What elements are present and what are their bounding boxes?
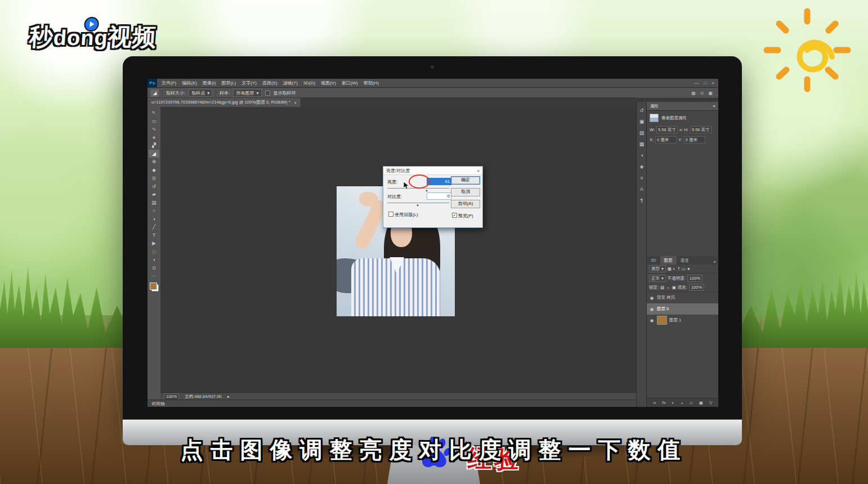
filter-adjustment-icon[interactable]: ◐	[673, 266, 676, 271]
status-arrow-icon[interactable]: ▸	[227, 394, 230, 399]
crop-tool[interactable]: ▞	[149, 141, 159, 150]
restore-icon[interactable]: □	[704, 80, 706, 86]
brightness-slider-thumb[interactable]: ▲	[425, 189, 428, 192]
layer-filter-dropdown[interactable]: 类型 ▾	[649, 265, 666, 272]
filter-type-icon[interactable]: T	[677, 266, 680, 271]
sample-size-dropdown[interactable]: 取样点 ▾	[189, 89, 212, 97]
link-dimensions-icon[interactable]: ∞	[679, 127, 682, 132]
path-selection-tool[interactable]: ▶	[149, 239, 159, 248]
dodge-tool[interactable]: ◑	[149, 215, 159, 223]
paragraph-panel-icon[interactable]: ¶	[641, 198, 643, 203]
x-value[interactable]: 0 厘米	[655, 136, 677, 144]
panel-menu-icon[interactable]: ≡	[713, 104, 715, 109]
layer-row-layer-1[interactable]: ◉ 图层 1	[647, 315, 718, 326]
adjustments-panel-icon[interactable]: ◑	[640, 153, 643, 158]
styles-panel-icon[interactable]: ◈	[640, 164, 644, 169]
sample-dropdown[interactable]: 所有图层 ▾	[233, 89, 261, 97]
show-ring-checkbox[interactable]	[265, 91, 270, 96]
timeline-bar[interactable]: 时间轴	[147, 400, 645, 407]
layer-mask-icon[interactable]: ◐	[672, 400, 675, 405]
lasso-tool[interactable]: ∿	[149, 125, 159, 133]
type-tool[interactable]: T	[149, 231, 159, 240]
contrast-slider-thumb[interactable]: ▲	[416, 203, 419, 207]
opacity-value[interactable]: 100%	[687, 275, 703, 282]
color-swatches[interactable]	[149, 282, 159, 292]
w-value[interactable]: 5.56 英寸	[656, 126, 678, 133]
preview-checkbox[interactable]: ✓	[452, 213, 457, 218]
adjustment-layer-icon[interactable]: ◒	[681, 400, 683, 405]
ok-button[interactable]: 确定	[451, 176, 480, 185]
lock-transparency-icon[interactable]: ▨	[660, 285, 664, 290]
color-panel-icon[interactable]: ▨	[639, 130, 645, 136]
toolbar-more-icon[interactable]: ⋯	[149, 272, 159, 280]
document-tab[interactable]: u=1197239796,703398574&fm=214&gp=0.jpg @…	[147, 98, 301, 107]
menu-help[interactable]: 帮助(H)	[361, 79, 382, 87]
tab-3d[interactable]: 3D	[647, 256, 660, 265]
foreground-color-swatch[interactable]	[150, 283, 157, 290]
tab-layers[interactable]: 图层	[660, 256, 677, 265]
eyedropper-tool[interactable]: ◢	[149, 150, 159, 158]
zoom-tool[interactable]: ⊙	[149, 264, 159, 272]
clone-stamp-tool[interactable]: ◎	[149, 174, 159, 182]
menu-image[interactable]: 图像(I)	[200, 79, 219, 87]
history-brush-tool[interactable]: ↺	[149, 182, 159, 191]
h-value[interactable]: 5.56 英寸	[690, 126, 712, 133]
info-panel-icon[interactable]: ≡	[640, 175, 643, 181]
link-layers-icon[interactable]: ∞	[653, 400, 656, 405]
auto-button[interactable]: 自动(A)	[451, 200, 480, 208]
search-icon[interactable]: ⊙	[700, 91, 704, 96]
gradient-tool[interactable]: ▤	[149, 199, 159, 207]
y-value[interactable]: 0 厘米	[684, 136, 705, 144]
lock-position-icon[interactable]: ↔	[666, 285, 670, 290]
use-legacy-checkbox[interactable]	[388, 212, 393, 217]
filter-smart-icon[interactable]: ●	[687, 266, 690, 271]
history-panel-icon[interactable]: ↺	[639, 107, 644, 113]
workspace-icon[interactable]: ▦	[691, 91, 696, 96]
delete-layer-icon[interactable]: ▽	[709, 400, 713, 405]
menu-3d[interactable]: 3D(D)	[301, 79, 318, 87]
healing-brush-tool[interactable]: ⊕	[149, 158, 159, 166]
zoom-level[interactable]: 100%	[164, 393, 179, 400]
swatches-panel-icon[interactable]: ▦	[639, 141, 645, 147]
cancel-button[interactable]: 取消	[451, 188, 480, 196]
menu-layer[interactable]: 图层(L)	[218, 79, 239, 87]
menu-view[interactable]: 视图(V)	[318, 79, 339, 87]
character-panel-icon[interactable]: A	[640, 186, 643, 192]
panel-menu-icon[interactable]: ≡	[714, 259, 718, 265]
filter-shape-icon[interactable]: ▭	[682, 266, 686, 271]
menu-file[interactable]: 文件(F)	[159, 79, 179, 87]
menu-window[interactable]: 窗口(W)	[339, 79, 361, 87]
brightness-input[interactable]: 41	[427, 178, 451, 185]
hand-tool[interactable]: ◖	[149, 256, 159, 264]
layer-row-background-copy[interactable]: ◉ 背景 拷贝	[647, 292, 718, 303]
dialog-close-icon[interactable]: ×	[477, 168, 480, 173]
layer-row-layer-0[interactable]: ◉ 图层 0	[647, 303, 718, 315]
contrast-input[interactable]: 0	[427, 192, 451, 200]
quick-selection-tool[interactable]: ∗	[149, 133, 159, 142]
menu-type[interactable]: 文字(Y)	[239, 79, 259, 87]
close-icon[interactable]: ×	[712, 80, 714, 86]
blend-mode-dropdown[interactable]: 正常 ▾	[649, 275, 666, 282]
visibility-eye-icon[interactable]: ◉	[649, 295, 655, 301]
new-layer-icon[interactable]: ▣	[699, 400, 703, 405]
rectangular-marquee-tool[interactable]: ▭	[149, 117, 159, 126]
filter-pixel-icon[interactable]: ▦	[668, 266, 672, 271]
menu-filter[interactable]: 滤镜(T)	[280, 79, 301, 87]
minimize-icon[interactable]: —	[694, 80, 699, 86]
blur-tool[interactable]: ○	[149, 207, 159, 215]
eraser-tool[interactable]: ▰	[149, 190, 159, 199]
menu-select[interactable]: 选择(S)	[259, 79, 280, 87]
fill-value[interactable]: 100%	[689, 284, 704, 291]
pen-tool[interactable]: ╱	[149, 223, 159, 231]
menu-edit[interactable]: 编辑(E)	[179, 79, 200, 87]
canvas[interactable]	[160, 107, 636, 392]
layer-group-icon[interactable]: ▱	[690, 400, 693, 405]
visibility-eye-icon[interactable]: ◉	[649, 307, 655, 312]
snapshot-panel-icon[interactable]: ▣	[639, 119, 645, 124]
tab-channels[interactable]: 通道	[677, 256, 693, 265]
layer-style-icon[interactable]: fx	[663, 400, 666, 405]
grid-icon[interactable]: ▣	[708, 91, 713, 96]
shape-tool[interactable]: □	[149, 248, 159, 256]
brush-tool[interactable]: ◆	[149, 166, 159, 174]
lock-all-icon[interactable]: ▣	[672, 285, 676, 290]
